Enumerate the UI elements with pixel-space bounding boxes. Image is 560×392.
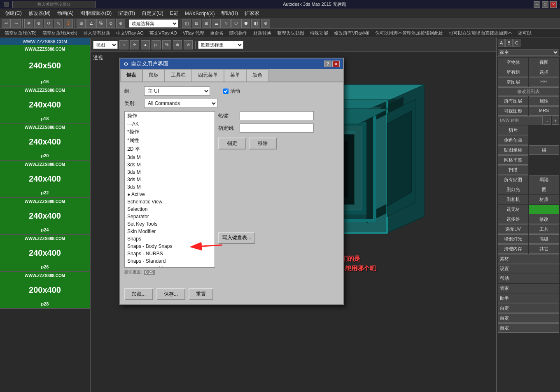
remove-btn[interactable]: 移除: [249, 138, 277, 149]
toolbar-num[interactable]: 3: [64, 19, 73, 28]
write-keyboard-btn[interactable]: 写入键盘表...: [218, 232, 255, 244]
qa-cn-vray-ao[interactable]: 中文VRay AO: [114, 29, 146, 37]
rp-all-maps[interactable]: 所有贴图: [498, 175, 528, 184]
list-item-3ds2[interactable]: 3ds M: [125, 161, 215, 168]
list-item-action[interactable]: 操作: [125, 112, 215, 120]
qa-inline-add[interactable]: 也可以在这项里面直接添加脚本: [447, 29, 514, 37]
toolbar-render-btn[interactable]: ⬡: [231, 19, 240, 28]
rp-custom-3[interactable]: 自定: [498, 323, 559, 333]
qa-script-manage[interactable]: 你可以用脚本管理添加按钮到此处: [373, 29, 445, 37]
menu-render[interactable]: 渲染(R): [115, 9, 138, 18]
menu-extra[interactable]: 扩家家: [241, 9, 263, 18]
rp-manager[interactable]: 管家: [498, 284, 559, 293]
toolbar-selection-dropdown[interactable]: 欧建选择集: [129, 19, 178, 28]
toolbar-angle-btn[interactable]: ∠: [86, 19, 96, 28]
qa-more[interactable]: 还可以: [516, 29, 534, 37]
list-item-separator[interactable]: Separator: [125, 213, 215, 220]
list-item-skin[interactable]: Skin Modifier: [125, 228, 215, 235]
list-item-snaps-std[interactable]: Snaps - Standard: [125, 257, 215, 265]
list-item-snaps[interactable]: Snaps: [125, 235, 215, 243]
qa-en-vray-ao[interactable]: 英文VRay AO: [147, 29, 179, 37]
hotkey-input[interactable]: [240, 111, 314, 120]
close-btn[interactable]: ✕: [550, 1, 557, 8]
toolbar-btn-1[interactable]: ↩: [2, 19, 11, 28]
toolbar-mirror-btn[interactable]: ◫: [182, 19, 191, 28]
left-thumb-5[interactable]: WWW.ZZZS888.COM 240x400 p26: [0, 235, 90, 272]
qa-vray-proxy[interactable]: VRay 代理: [181, 29, 206, 37]
search-box[interactable]: 搜入关键字设后台: [12, 1, 96, 8]
group-select[interactable]: 主 UI: [144, 86, 210, 96]
dialog-tab-color[interactable]: 颜色: [246, 69, 268, 82]
toolbar-pct-btn[interactable]: %: [96, 19, 105, 28]
command-list[interactable]: 操作 —AK *操作 *属性 2D 平 3ds M 3ds M 3ds M 3d…: [124, 111, 215, 268]
list-item-snaps-body[interactable]: Snaps - Body Snaps: [125, 243, 215, 250]
rp-tab-a[interactable]: A: [498, 39, 505, 47]
rp-assistant[interactable]: 助手: [498, 294, 559, 303]
rp-all-groups[interactable]: 所有组: [498, 68, 528, 77]
rp-custom-2[interactable]: 自定: [498, 313, 559, 323]
vp-snap2-btn[interactable]: ⊗: [184, 40, 193, 49]
rp-view[interactable]: 视图: [529, 58, 559, 67]
rp-chamfer[interactable]: 倒角创曲: [498, 135, 528, 145]
rp-help-full[interactable]: 帮助: [498, 274, 559, 283]
toolbar-rotate-btn[interactable]: ↺: [44, 19, 53, 28]
list-item-action2[interactable]: *操作: [125, 128, 215, 136]
left-thumb-1[interactable]: WWW.ZZZS888.COM 240x400 p18: [0, 86, 90, 124]
rp-mrs[interactable]: MRS: [529, 106, 559, 116]
assign-to-input[interactable]: [240, 124, 314, 133]
rp-all-layers[interactable]: 所有图层: [498, 96, 528, 106]
left-thumb-2[interactable]: WWW.ZZZS888.COM 240x400 p20: [0, 124, 90, 161]
vp-up-btn[interactable]: ▲: [141, 40, 150, 49]
menu-create[interactable]: 创建(C): [2, 9, 25, 18]
menu-maxscript[interactable]: MAXScript(X): [182, 10, 218, 17]
dialog-tab-menu[interactable]: 菜单: [224, 69, 246, 82]
toolbar-align-btn[interactable]: ⊟: [192, 19, 201, 28]
rp-material[interactable]: 材质: [529, 195, 559, 204]
left-thumb-3[interactable]: WWW.ZZZS888.COM 240x400 p22: [0, 161, 90, 198]
list-item-snaps-pts[interactable]: Snaps - 点云对象: [125, 265, 215, 268]
rp-uv-coords[interactable]: 贴图坐标: [498, 145, 528, 155]
rp-del-cameras[interactable]: 删相机: [498, 195, 528, 204]
rp-scan[interactable]: 扫描: [498, 165, 528, 175]
list-item-snaps-nurbs[interactable]: Snaps - NURBS: [125, 250, 215, 257]
qa-modify-vray[interactable]: 修改所有VRayMtl: [332, 29, 371, 37]
list-item-3ds3[interactable]: 3ds M: [125, 168, 215, 176]
rp-select[interactable]: 选择: [529, 68, 559, 77]
list-item-active1[interactable]: ● Active: [125, 191, 215, 198]
list-item-3ds5[interactable]: 3ds M: [125, 183, 215, 191]
assign-btn[interactable]: 指定: [218, 138, 246, 149]
rp-clear-mem[interactable]: 清理内存: [498, 244, 528, 254]
toolbar-btn-2[interactable]: ↪: [12, 19, 21, 28]
vp-nav-btn[interactable]: ✛: [130, 40, 139, 49]
rp-del-lights[interactable]: 删灯光: [498, 185, 528, 194]
qa-random[interactable]: 随机操作: [227, 29, 250, 37]
left-thumb-0[interactable]: WWW.ZZZS888.COM 240x500 p16: [0, 45, 90, 86]
qa-missing-maps[interactable]: 整理丢失贴图: [275, 29, 306, 37]
rp-mesh-flat[interactable]: 网格平整: [498, 155, 528, 165]
qa-rename[interactable]: 重命名: [208, 29, 226, 37]
rp-select-no-uv[interactable]: 选无UV: [498, 224, 528, 234]
qa-special[interactable]: 特殊功能: [308, 29, 330, 37]
dialog-tab-mouse[interactable]: 鼠标: [142, 69, 165, 82]
rp-add-lights[interactable]: 增删灯光: [498, 234, 528, 244]
list-item-schematic[interactable]: Schematic View: [125, 198, 215, 205]
dialog-tab-toolbar[interactable]: 工具栏: [165, 69, 192, 82]
category-select[interactable]: All Commands Schematic View Selection Se…: [144, 99, 217, 108]
menu-graph-editor[interactable]: 图形编辑器(D): [77, 9, 115, 18]
toolbar-curve-btn[interactable]: ∿: [222, 19, 231, 28]
dialog-tab-keyboard[interactable]: 键盘: [120, 69, 142, 82]
dialog-close-btn[interactable]: ✕: [332, 61, 340, 67]
rp-group-btn[interactable]: 组: [529, 145, 559, 155]
list-item-ak[interactable]: —AK: [125, 120, 215, 128]
active-checkbox-label[interactable]: 活动: [223, 88, 240, 95]
dialog-help-btn[interactable]: ?: [324, 61, 331, 67]
vp-percent-btn[interactable]: %: [162, 40, 171, 49]
list-item-3ds4[interactable]: 3ds M: [125, 176, 215, 183]
rp-select-no-mat[interactable]: 选无材: [498, 205, 528, 214]
toolbar-move-btn[interactable]: ⊕: [34, 19, 43, 28]
menu-help[interactable]: 帮助(H): [218, 9, 241, 18]
toolbar-layer-btn[interactable]: ☰: [212, 19, 221, 28]
rp-settings-full[interactable]: 设置: [498, 264, 559, 273]
rp-tab-b[interactable]: B: [505, 39, 512, 47]
toolbar-spin-btn[interactable]: ⊙: [106, 19, 115, 28]
